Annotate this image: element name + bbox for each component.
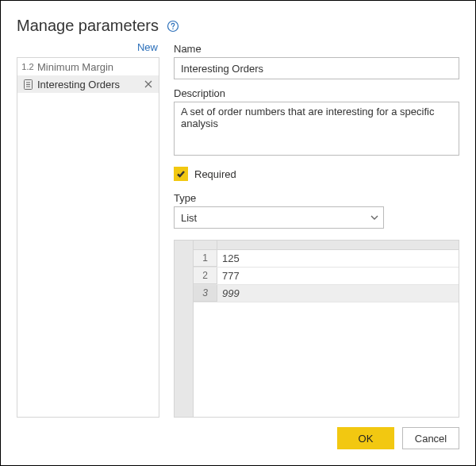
row-index: 2 bbox=[194, 268, 217, 284]
list-row[interactable]: 1 125 bbox=[194, 250, 459, 268]
list-row[interactable]: 3 999 bbox=[194, 285, 459, 302]
cancel-button[interactable]: Cancel bbox=[402, 427, 459, 449]
manage-parameters-dialog: Manage parameters New 1.2 Minimum Margin bbox=[0, 0, 476, 466]
parameter-form: Name Description Required Type List bbox=[174, 41, 459, 418]
sidebar-toolbar: New bbox=[17, 41, 159, 57]
description-label: Description bbox=[174, 87, 459, 99]
list-values-grid[interactable]: 1 125 2 777 3 999 bbox=[174, 240, 459, 418]
type-label: Type bbox=[174, 192, 459, 204]
description-input[interactable] bbox=[174, 102, 459, 156]
parameter-list[interactable]: 1.2 Minimum Margin Interesting Orders bbox=[17, 57, 159, 418]
svg-point-1 bbox=[172, 28, 174, 29]
parameter-item-label: Interesting Orders bbox=[37, 79, 139, 91]
dialog-header: Manage parameters bbox=[17, 17, 459, 35]
grid-header-value bbox=[217, 241, 459, 249]
row-value[interactable]: 125 bbox=[217, 250, 459, 267]
chevron-down-icon bbox=[370, 213, 379, 222]
type-select-wrap: List bbox=[174, 206, 384, 229]
parameter-item-label: Minimum Margin bbox=[37, 61, 154, 73]
list-row[interactable]: 2 777 bbox=[194, 268, 459, 285]
grid-gutter bbox=[175, 241, 194, 417]
required-row: Required bbox=[174, 167, 459, 181]
delete-icon[interactable] bbox=[143, 80, 154, 88]
grid-body: 1 125 2 777 3 999 bbox=[194, 241, 459, 417]
dialog-footer: OK Cancel bbox=[17, 418, 459, 449]
name-input[interactable] bbox=[174, 57, 459, 79]
name-label: Name bbox=[174, 43, 459, 55]
row-index: 3 bbox=[194, 285, 217, 302]
required-checkbox[interactable] bbox=[174, 167, 188, 181]
parameter-item-interesting-orders[interactable]: Interesting Orders bbox=[17, 75, 159, 93]
required-label: Required bbox=[194, 168, 236, 180]
grid-header-index bbox=[194, 241, 217, 249]
grid-header bbox=[194, 241, 459, 250]
grid-rows: 1 125 2 777 3 999 bbox=[194, 250, 459, 417]
sidebar: New 1.2 Minimum Margin Interestin bbox=[17, 41, 159, 418]
parameter-item-minimum-margin[interactable]: 1.2 Minimum Margin bbox=[17, 58, 159, 75]
row-value[interactable]: 777 bbox=[217, 268, 459, 284]
dialog-body: New 1.2 Minimum Margin Interestin bbox=[17, 41, 459, 418]
type-select-value: List bbox=[181, 212, 197, 224]
row-value[interactable]: 999 bbox=[217, 285, 459, 302]
type-select[interactable]: List bbox=[174, 206, 384, 229]
help-icon[interactable] bbox=[167, 20, 179, 33]
decimal-icon: 1.2 bbox=[22, 62, 33, 71]
dialog-title: Manage parameters bbox=[17, 17, 159, 35]
new-parameter-link[interactable]: New bbox=[137, 41, 158, 53]
row-index: 1 bbox=[194, 250, 217, 267]
list-icon bbox=[22, 79, 33, 90]
ok-button[interactable]: OK bbox=[337, 427, 394, 449]
